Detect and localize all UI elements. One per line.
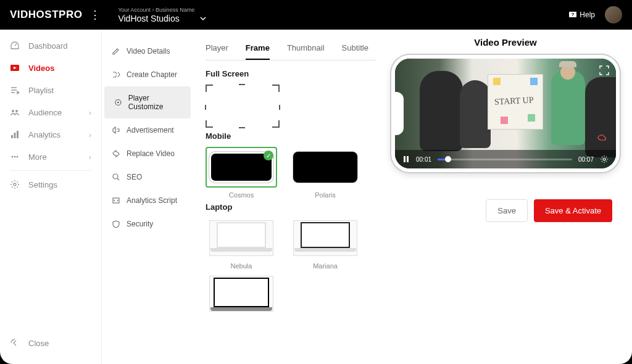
s2-analytics-script[interactable]: Analytics Script [102, 189, 193, 212]
help-label: Help [580, 10, 595, 19]
avatar[interactable] [605, 6, 622, 23]
nav-label: Dashboard [28, 41, 68, 51]
frame-option-laptop-3[interactable] [206, 273, 277, 314]
check-icon: ✓ [264, 151, 273, 160]
dashboard-icon [10, 41, 20, 51]
script-icon [112, 196, 120, 205]
tab-frame[interactable]: Frame [246, 37, 270, 60]
svg-point-3 [12, 110, 14, 112]
edit-icon [112, 47, 120, 56]
secondary-sidebar: Video Details Create Chapter Player Cust… [102, 30, 193, 364]
s2-replace-video[interactable]: Replace Video [102, 142, 193, 165]
logo: VIDHOSTPRO [10, 9, 82, 21]
s2-label: Advertisement [127, 126, 174, 134]
svg-rect-16 [404, 156, 405, 162]
more-icon [10, 152, 20, 162]
breadcrumb[interactable]: Your Account › Business Name [118, 7, 206, 13]
business-dropdown[interactable]: VidHost Studios [118, 14, 206, 23]
analytics-icon [10, 130, 20, 139]
nav-videos[interactable]: Videos [0, 57, 101, 79]
nav-label: Videos [28, 64, 54, 73]
nav-label: More [28, 152, 47, 162]
s2-create-chapter[interactable]: Create Chapter [102, 63, 193, 86]
nav-label: Audience [28, 108, 62, 117]
frame-label: Nebula [231, 262, 252, 270]
tab-thumbnail[interactable]: Thumbnail [287, 37, 325, 60]
save-button[interactable]: Save [486, 199, 528, 222]
nav-label: Analytics [28, 130, 60, 139]
svg-point-8 [12, 156, 14, 158]
save-activate-button[interactable]: Save & Activate [534, 199, 612, 222]
frame-option-polaris[interactable]: Polaris [289, 147, 361, 199]
business-name: VidHost Studios [118, 14, 179, 23]
frame-option-nebula[interactable]: Nebula [206, 218, 277, 270]
time-current: 00:01 [416, 156, 431, 163]
help-link[interactable]: ? Help [568, 10, 595, 19]
svg-rect-7 [17, 131, 19, 138]
svg-rect-5 [11, 135, 13, 138]
svg-point-14 [113, 174, 118, 179]
video-icon [10, 63, 20, 73]
nav-more[interactable]: More › [0, 146, 101, 168]
nav-dashboard[interactable]: Dashboard [0, 35, 101, 57]
mobile-frame-row: ✓ Cosmos Polaris [206, 147, 376, 199]
s2-advertisement[interactable]: Advertisement [102, 118, 193, 142]
content: Player Frame Thumbnail Subtitle Full Scr… [193, 30, 632, 364]
svg-point-18 [603, 158, 605, 160]
nav-settings[interactable]: Settings [0, 173, 101, 196]
svg-point-11 [14, 183, 16, 186]
main: Dashboard Videos Playlist Audience › Ana… [0, 30, 632, 364]
time-total: 00:07 [578, 156, 594, 163]
svg-point-10 [17, 156, 19, 158]
close-icon [10, 338, 20, 348]
kebab-menu-icon[interactable]: ⋮ [89, 8, 101, 22]
customize-icon [114, 98, 122, 107]
laptop-frame-row-2 [206, 273, 376, 314]
section-fullscreen: Full Screen [206, 69, 376, 78]
svg-text:?: ? [572, 12, 575, 17]
topbar-right: ? Help [568, 6, 622, 23]
frame-option-fullscreen[interactable] [206, 85, 280, 128]
section-laptop: Laptop [206, 202, 376, 212]
frame-option-mariana[interactable]: Mariana [289, 218, 361, 270]
nav-close[interactable]: Close [0, 332, 101, 354]
s2-label: SEO [127, 173, 142, 181]
frame-label: Polaris [315, 191, 336, 199]
cloud-badge-icon[interactable] [594, 130, 610, 146]
nav-label: Close [28, 339, 49, 348]
fullscreen-icon[interactable] [599, 65, 610, 76]
gear-icon[interactable] [600, 155, 609, 163]
s2-seo[interactable]: SEO [102, 165, 193, 189]
nav-label: Settings [28, 180, 57, 189]
customize-tabs: Player Frame Thumbnail Subtitle [206, 37, 376, 60]
chevron-right-icon: › [89, 108, 91, 117]
frame-option-cosmos[interactable]: ✓ Cosmos [206, 147, 277, 199]
video-controls: 00:01 00:07 [395, 150, 616, 168]
shield-icon [112, 220, 120, 228]
audience-icon [10, 107, 20, 117]
pause-icon[interactable] [402, 155, 410, 163]
action-buttons: Save Save & Activate [391, 199, 612, 222]
nav-playlist[interactable]: Playlist [0, 79, 101, 101]
frame-options-column: Player Frame Thumbnail Subtitle Full Scr… [206, 37, 376, 357]
preview-title: Video Preview [391, 37, 620, 48]
svg-rect-17 [407, 156, 409, 162]
s2-security[interactable]: Security [102, 212, 193, 236]
nav-audience[interactable]: Audience › [0, 101, 101, 123]
nav-label: Playlist [28, 86, 54, 95]
nav-analytics[interactable]: Analytics › [0, 123, 101, 146]
primary-sidebar: Dashboard Videos Playlist Audience › Ana… [0, 30, 102, 364]
topbar: VIDHOSTPRO ⋮ Your Account › Business Nam… [0, 0, 632, 30]
tab-subtitle[interactable]: Subtitle [342, 37, 368, 60]
video-preview-player[interactable]: START UP [391, 55, 620, 172]
playlist-icon [10, 85, 20, 95]
tab-player[interactable]: Player [206, 37, 228, 60]
seo-icon [112, 173, 120, 181]
svg-rect-6 [14, 133, 16, 138]
chapter-icon [112, 70, 120, 79]
settings-icon [10, 180, 20, 189]
s2-player-customize[interactable]: Player Customize [104, 86, 191, 118]
progress-bar[interactable] [438, 159, 572, 160]
svg-point-9 [14, 156, 16, 158]
s2-video-details[interactable]: Video Details [102, 39, 193, 63]
